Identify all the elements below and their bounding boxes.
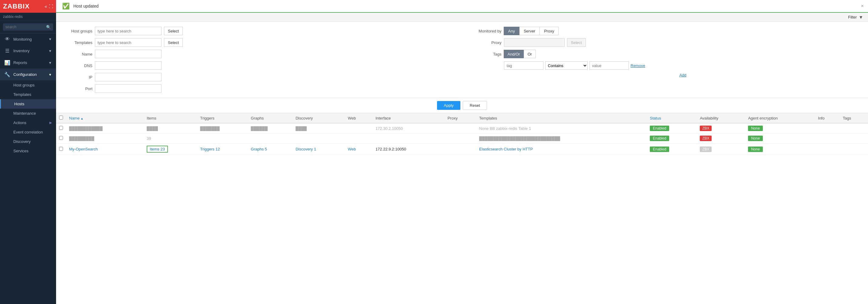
row1-triggers: ███████ xyxy=(197,123,248,134)
select-all-checkbox[interactable] xyxy=(59,116,63,119)
row2-info xyxy=(815,134,840,143)
dns-input[interactable] xyxy=(95,61,161,70)
tag-value-input[interactable] xyxy=(589,61,629,70)
filter-actions: Apply Reset xyxy=(56,98,868,113)
row3-templates-link[interactable]: Elasticsearch Cluster by HTTP xyxy=(479,147,533,151)
row3-status: Enabled xyxy=(647,143,697,155)
row2-items-link[interactable]: 39 xyxy=(147,136,151,141)
name-input[interactable] xyxy=(95,50,161,58)
row3-graphs: Graphs 5 xyxy=(248,143,293,155)
name-col-header[interactable]: Name xyxy=(66,113,144,123)
table-row: My-OpenSearch Items 23 Triggers 12 Graph… xyxy=(56,143,868,155)
monitoring-icon: 👁 xyxy=(4,36,10,42)
sidebar-item-services[interactable]: Services xyxy=(0,146,56,156)
row3-items-link[interactable]: Items 23 xyxy=(150,147,165,151)
monitoring-arrow-icon: ▼ xyxy=(49,37,52,41)
templates-label: Templates xyxy=(13,92,31,97)
tag-condition-select[interactable]: Contains Equals Does not contain Does no… xyxy=(545,61,588,70)
host-groups-select-button[interactable]: Select xyxy=(164,27,183,35)
configuration-icon: 🔧 xyxy=(4,72,10,77)
remove-tag-button[interactable]: Remove xyxy=(631,63,645,68)
sidebar-search-input[interactable] xyxy=(3,23,53,31)
row1-discovery: ████ xyxy=(292,123,345,134)
status-col-header[interactable]: Status xyxy=(647,113,697,123)
row2-interface xyxy=(372,134,444,143)
port-input[interactable] xyxy=(95,84,161,93)
search-icon: 🔍 xyxy=(46,25,51,29)
agent-encryption-col-header: Agent encryption xyxy=(745,113,815,123)
sidebar-item-discovery[interactable]: Discovery xyxy=(0,137,56,146)
add-tag-button[interactable]: Add xyxy=(468,73,862,77)
sidebar-item-configuration-label: Configuration xyxy=(13,72,37,77)
monitored-by-server-button[interactable]: Server xyxy=(519,27,540,35)
monitored-by-any-button[interactable]: Any xyxy=(504,27,520,35)
filter-bar: Filter ▼ xyxy=(56,13,868,22)
sidebar-item-hosts[interactable]: Hosts xyxy=(0,99,56,109)
row2-check xyxy=(56,134,66,143)
row1-availability: ZBX xyxy=(697,123,745,134)
sidebar-item-reports[interactable]: 📊 Reports ▼ xyxy=(0,57,56,68)
reset-button[interactable]: Reset xyxy=(463,101,487,110)
tags-or-button[interactable]: Or xyxy=(524,50,536,58)
sidebar-item-actions[interactable]: Actions ▶ xyxy=(0,118,56,128)
templates-col-header: Templates xyxy=(476,113,647,123)
row3-encryption: None xyxy=(745,143,815,155)
ip-label-text: IP xyxy=(62,75,92,80)
row1-encryption: None xyxy=(745,123,815,134)
templates-select-button[interactable]: Select xyxy=(164,38,183,47)
apply-button[interactable]: Apply xyxy=(437,101,460,110)
sidebar-item-maintenance[interactable]: Maintenance xyxy=(0,109,56,118)
sidebar-item-templates[interactable]: Templates xyxy=(0,90,56,99)
notification-close-button[interactable]: × xyxy=(861,3,864,9)
monitored-by-label-text: Monitored by xyxy=(468,29,502,33)
proxy-select-button[interactable]: Select xyxy=(567,38,586,47)
row2-tags xyxy=(840,134,868,143)
tag-name-input[interactable] xyxy=(504,61,544,70)
proxy-col-header: Proxy xyxy=(444,113,476,123)
sidebar-item-configuration[interactable]: 🔧 Configuration ▼ xyxy=(0,68,56,80)
hosts-table: Name Items Triggers Graphs Discovery Web… xyxy=(56,113,868,155)
filter-icon: ▼ xyxy=(859,15,863,20)
sidebar-item-inventory[interactable]: ☰ Inventory ▼ xyxy=(0,45,56,57)
filter-left-col: Host groups Select Templates Select Name… xyxy=(62,27,456,93)
row3-tags xyxy=(840,143,868,155)
row2-checkbox[interactable] xyxy=(59,136,63,140)
sidebar-item-host-groups[interactable]: Host groups xyxy=(0,80,56,90)
tags-btn-group: And/Or Or xyxy=(504,50,536,58)
fullscreen-button[interactable]: ⛶ xyxy=(49,4,53,9)
row3-web-link[interactable]: Web xyxy=(348,147,356,151)
select-all-col xyxy=(56,113,66,123)
notification-bar: ✅ Host updated × xyxy=(56,0,868,13)
reports-icon: 📊 xyxy=(4,60,10,65)
proxy-label-text: Proxy xyxy=(468,40,502,45)
table-row: █████████ 39 ███████████████████████████… xyxy=(56,134,868,143)
row3-discovery-link[interactable]: Discovery 1 xyxy=(296,147,316,151)
row3-triggers-link[interactable]: Triggers 12 xyxy=(200,147,220,151)
dns-label-text: DNS xyxy=(62,63,92,68)
row1-checkbox[interactable] xyxy=(59,126,63,130)
row3-web: Web xyxy=(345,143,372,155)
row1-templates: None BB zabbix-redis Table 1 xyxy=(476,123,647,134)
host-groups-input[interactable] xyxy=(95,27,161,35)
sidebar-item-event-correlation[interactable]: Event correlation xyxy=(0,128,56,137)
row3-proxy xyxy=(444,143,476,155)
table-area: Name Items Triggers Graphs Discovery Web… xyxy=(56,113,868,304)
sidebar-item-monitoring[interactable]: 👁 Monitoring ▼ xyxy=(0,33,56,45)
ip-row: IP xyxy=(62,73,456,81)
monitored-by-proxy-button[interactable]: Proxy xyxy=(539,27,559,35)
ip-input[interactable] xyxy=(95,73,161,81)
row2-name: █████████ xyxy=(66,134,144,143)
discovery-label: Discovery xyxy=(13,139,31,144)
templates-input[interactable] xyxy=(95,38,161,47)
row3-name-link[interactable]: My-OpenSearch xyxy=(69,147,98,151)
row3-discovery: Discovery 1 xyxy=(292,143,345,155)
row3-graphs-link[interactable]: Graphs 5 xyxy=(251,147,267,151)
actions-label: Actions xyxy=(13,120,26,125)
inventory-icon: ☰ xyxy=(4,48,10,54)
tags-andor-button[interactable]: And/Or xyxy=(504,50,524,58)
row3-items-badge[interactable]: Items 23 xyxy=(147,146,168,153)
tags-inputs-row: Contains Equals Does not contain Does no… xyxy=(468,61,862,70)
row3-checkbox[interactable] xyxy=(59,147,63,151)
collapse-button[interactable]: « xyxy=(44,4,47,9)
filter-form: Host groups Select Templates Select Name… xyxy=(56,22,868,98)
